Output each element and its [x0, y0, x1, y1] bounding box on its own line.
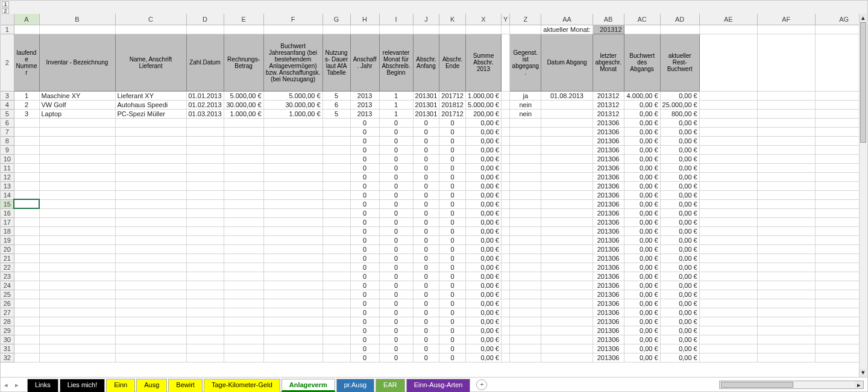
cell[interactable]: [502, 199, 510, 208]
row-header-3[interactable]: 3: [1, 91, 14, 100]
cell[interactable]: [510, 272, 541, 281]
cell[interactable]: [186, 353, 224, 362]
cell[interactable]: [39, 326, 115, 335]
cell[interactable]: [224, 208, 263, 217]
cell[interactable]: [14, 127, 39, 136]
col-header-D[interactable]: D: [186, 14, 224, 25]
cell[interactable]: [115, 208, 186, 217]
cell[interactable]: [263, 127, 322, 136]
cell[interactable]: 0: [350, 235, 379, 244]
sheet-tab[interactable]: Links: [27, 379, 58, 392]
cell[interactable]: [263, 299, 322, 308]
cell[interactable]: 0,00 €: [660, 308, 699, 317]
cell[interactable]: [263, 145, 322, 154]
cell[interactable]: 0,00 €: [624, 226, 660, 235]
cell[interactable]: [502, 163, 510, 172]
cell[interactable]: Laptop: [39, 109, 115, 118]
cell[interactable]: [39, 235, 115, 244]
cell[interactable]: 201306: [593, 190, 624, 199]
cell[interactable]: 0: [379, 127, 413, 136]
outline-level-2[interactable]: 2: [2, 8, 9, 14]
row-header-8[interactable]: 8: [1, 136, 14, 145]
cell[interactable]: [186, 263, 224, 272]
cell[interactable]: 201306: [593, 272, 624, 281]
cell[interactable]: 0: [439, 190, 466, 199]
cell[interactable]: [186, 299, 224, 308]
cell[interactable]: [224, 308, 263, 317]
cell[interactable]: nein: [510, 109, 541, 118]
cell[interactable]: 0,00 €: [466, 263, 502, 272]
cell[interactable]: 0: [439, 244, 466, 254]
cell[interactable]: [263, 217, 322, 226]
cell[interactable]: 0: [350, 172, 379, 181]
cell[interactable]: 1: [14, 91, 39, 100]
cell[interactable]: [502, 154, 510, 163]
cell[interactable]: 0: [439, 172, 466, 181]
cell[interactable]: 0: [379, 136, 413, 145]
cell[interactable]: [14, 118, 39, 127]
cell[interactable]: [510, 25, 541, 34]
cell[interactable]: 0,00 €: [660, 254, 699, 263]
cell[interactable]: [510, 254, 541, 263]
cell[interactable]: [115, 335, 186, 344]
cell[interactable]: [263, 235, 322, 244]
cell[interactable]: [263, 118, 322, 127]
row-header-26[interactable]: 26: [1, 299, 14, 308]
cell[interactable]: [541, 163, 593, 172]
cell[interactable]: [757, 317, 815, 326]
cell[interactable]: [115, 145, 186, 154]
cell[interactable]: [14, 226, 39, 235]
cell[interactable]: 0: [379, 299, 413, 308]
cell[interactable]: 0: [379, 254, 413, 263]
cell[interactable]: 0,00 €: [660, 272, 699, 281]
cell[interactable]: [510, 244, 541, 254]
cell[interactable]: 0: [439, 353, 466, 362]
cell[interactable]: [115, 25, 186, 34]
cell[interactable]: [699, 353, 757, 362]
cell[interactable]: [224, 226, 263, 235]
cell[interactable]: [263, 254, 322, 263]
cell[interactable]: 0: [413, 226, 439, 235]
cell[interactable]: 0: [413, 217, 439, 226]
cell[interactable]: [263, 163, 322, 172]
cell[interactable]: [186, 290, 224, 299]
cell[interactable]: [14, 244, 39, 254]
cell[interactable]: 0,00 €: [624, 335, 660, 344]
cell[interactable]: [115, 136, 186, 145]
cell[interactable]: 201306: [593, 217, 624, 226]
cell[interactable]: [510, 263, 541, 272]
cell[interactable]: 0: [379, 281, 413, 290]
cell[interactable]: [502, 109, 510, 118]
cell[interactable]: [502, 272, 510, 281]
cell[interactable]: [263, 290, 322, 299]
cell[interactable]: 1.000,00 €: [263, 109, 322, 118]
cell[interactable]: 201306: [593, 353, 624, 362]
col-header-J[interactable]: J: [413, 14, 439, 25]
cell[interactable]: [115, 244, 186, 254]
cell[interactable]: [699, 163, 757, 172]
cell[interactable]: 201306: [593, 344, 624, 353]
cell[interactable]: [757, 136, 815, 145]
cell[interactable]: [115, 272, 186, 281]
row-header-9[interactable]: 9: [1, 145, 14, 154]
row-header-30[interactable]: 30: [1, 335, 14, 344]
cell[interactable]: 800,00 €: [660, 109, 699, 118]
cell[interactable]: 0: [350, 335, 379, 344]
cell[interactable]: 0: [350, 254, 379, 263]
cell[interactable]: [510, 335, 541, 344]
cell[interactable]: 201301: [413, 91, 439, 100]
cell[interactable]: 0,00 €: [624, 127, 660, 136]
cell[interactable]: 0: [350, 208, 379, 217]
cell[interactable]: ja: [510, 91, 541, 100]
sheet-tab[interactable]: Lies mich!: [60, 379, 105, 392]
cell[interactable]: [541, 272, 593, 281]
cell[interactable]: [541, 299, 593, 308]
cell[interactable]: [14, 154, 39, 163]
cell[interactable]: 0: [413, 290, 439, 299]
cell[interactable]: [699, 136, 757, 145]
scroll-right-icon[interactable]: ▸: [855, 381, 863, 388]
vertical-scrollbar[interactable]: ▴ ▾: [859, 14, 867, 377]
row-header-2[interactable]: 2: [1, 34, 14, 91]
cell[interactable]: 0,00 €: [660, 118, 699, 127]
cell[interactable]: 0,00 €: [624, 317, 660, 326]
